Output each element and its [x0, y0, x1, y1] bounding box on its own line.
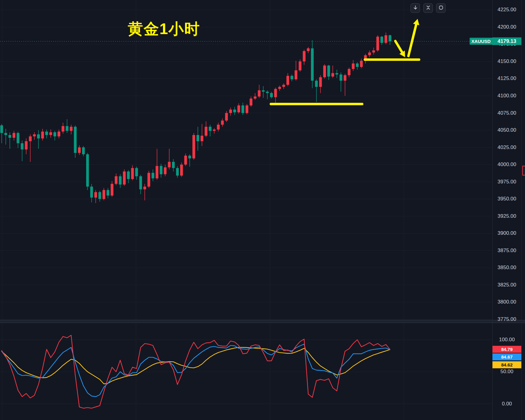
last-price-label: 4179.13 — [492, 37, 521, 45]
last-price-value: 4179.13 — [498, 38, 516, 44]
maximize-icon — [439, 5, 443, 11]
adjacent-window-edge — [522, 166, 525, 175]
symbol-price-flag: XAUUSD — [470, 38, 492, 45]
collapse-icon — [426, 5, 431, 11]
chart-canvas[interactable] — [0, 0, 525, 420]
chart-title-annotation[interactable]: 黄金1小时 — [128, 19, 200, 39]
kdj-k-value-label: 84.67 — [492, 353, 521, 360]
kdj-d-value-label: 84.62 — [492, 361, 521, 368]
pane-control-buttons — [411, 3, 446, 13]
kdj-j-value-label: 84.79 — [492, 346, 521, 353]
maximize-pane-button[interactable] — [436, 3, 446, 13]
pane-separator[interactable] — [0, 320, 525, 323]
collapse-pane-button[interactable] — [423, 3, 433, 13]
arrow-down-icon — [413, 5, 418, 11]
candlestick-series — [0, 33, 391, 203]
symbol-name: XAUUSD — [471, 39, 491, 44]
trading-chart-app: 4225.004200.004175.004150.004125.004100.… — [0, 0, 525, 420]
right-edge-border — [521, 0, 522, 420]
move-pane-down-button[interactable] — [411, 3, 420, 13]
